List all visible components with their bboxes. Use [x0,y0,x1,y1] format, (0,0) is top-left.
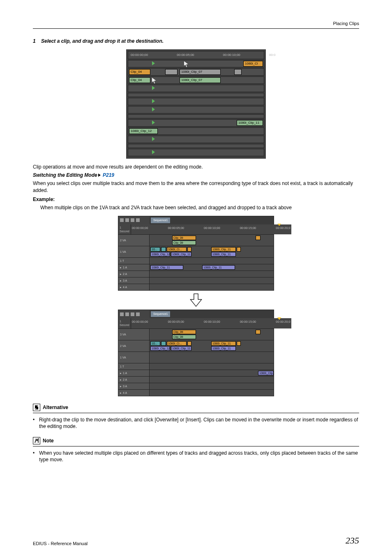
timeline-ruler: 00:00:00;00 00:00:05;00 00:00:10;00 00:0 [128,51,264,59]
example-label: Example: [33,196,359,203]
toolbar-icon [131,218,134,222]
toolbar-icon [131,312,134,316]
down-arrow-icon [189,293,203,307]
timeline-screenshot-2-after: Sequence1 1 Second 00:00:00;00 00:00:05;… [118,310,274,396]
alternative-bullet: • Right-drag the clip to the move destin… [33,416,359,430]
play-icon [152,150,155,154]
track-row-3a: ▸ 3 A [118,383,274,389]
track-spacer [128,93,264,97]
play-icon [152,61,155,65]
clip [256,236,261,240]
track-label: ▸ 3 A [118,383,150,389]
ruler-tick: 00:00:05;00 [168,320,184,327]
track-row-1a: ▸ 1 A 1080i_Clip_11 1080i_Clip_11 [118,264,274,271]
track-label: 1 T [118,363,150,370]
track-row-2va: 2 VA Clip_09 Clip_09 [118,234,274,246]
clip: Clip_04 [129,77,150,83]
clip: 1080i_Ci... [167,341,187,346]
scale-label: 1 Second [118,318,131,328]
track-row-1a: ▸ 1 A 1080i_Clip [118,370,274,376]
track-row: Clip_04 1080i_Clip_07 [128,68,264,76]
link-switching-mode[interactable]: Switching the Editing Mode P219 [33,172,359,178]
track-spacer [128,144,264,148]
sequence-tab[interactable]: Sequence1 [150,217,171,223]
track-label: ▸ 2 A [118,271,150,277]
track-label: 1 VA [118,246,150,257]
svg-point-1 [35,408,37,409]
track-row-2a: ▸ 2 A [118,271,274,277]
alternative-icon [33,404,40,411]
clip [187,341,191,346]
clip: 1080i_Clip_11 [211,247,236,252]
clip: Clip_09 [172,335,196,339]
toolbar-icon [125,218,129,222]
sequence-tab[interactable]: Sequence1 [150,311,171,317]
play-icon [152,137,155,141]
ruler-tick: 00:00:10;00 [204,320,220,327]
clip [165,69,178,75]
clip [237,247,241,252]
step-1: 1 Select a clip, and drag and drop it at… [33,38,359,44]
play-icon [152,107,155,111]
play-icon [152,120,155,125]
toolbar-icon [120,312,124,316]
clip: 10... [150,341,160,346]
track-label: ▸ 4 A [118,284,150,290]
timeline-ruler: 00:00:00;00 00:00:05;00 00:00:10;00 00:0… [131,224,291,235]
ruler-tick: 00:00:15;00 [240,226,256,233]
breadcrumb: Placing Clips [33,21,359,27]
svg-point-0 [37,405,39,407]
play-icon [152,99,155,103]
clip: 1080i_Clip_11 [171,346,191,351]
section-rule [33,446,359,446]
track-row-1va: 1 VA 10... 1080i_Ci... 1080i_Clip_12 108… [118,246,274,257]
clip: Clip_09 [172,330,196,334]
play-icon [152,86,155,90]
track-row: 1080i_Cl [128,60,264,67]
track-row [128,98,264,105]
bullet-icon: • [33,416,37,430]
clip [161,341,166,346]
alternative-title: Alternative [43,404,68,411]
cursor-icon [152,78,157,83]
example-text: When multiple clips on the 1VA track and… [40,204,359,211]
bullet-text: Right-drag the clip to the move destinat… [39,416,359,430]
toolbar-icon [125,312,129,316]
note-bullet: • When you have selected multiple clips … [33,450,359,463]
clip: Clip_09 [172,240,196,245]
triangle-icon [98,173,101,177]
clip: 1080i_Clip_12 [150,346,170,351]
track-row-1t: 1 T [118,257,274,264]
track-row-2a: ▸ 2 A [118,376,274,383]
ruler-tick: 00:00:15;00 [240,320,256,327]
track-row-1t: 1 T [118,363,274,370]
clip: 1080i_Clip_11 [171,252,191,257]
step-text: Select a clip, and drag and drop it at t… [41,38,359,44]
timeline-toolbar [118,310,150,318]
track-label: 3 VA [118,329,150,340]
track-label: ▸ 2 A [118,377,150,383]
bullet-icon: • [33,450,37,463]
ruler-tick: 00:00:05;00 [168,226,184,233]
toolbar-icon [120,218,124,222]
timeline-screenshot-1: 00:00:00;00 00:00:05;00 00:00:10;00 00:0… [33,49,359,159]
clip: Clip_04 [129,69,150,75]
track-row: 1080i_Clip_12 [128,127,264,135]
clip: 1080i_Clip_11 [211,341,236,346]
body-paragraph: When you select clips over multiple trac… [33,180,359,193]
ruler-tick: 00:0 [269,53,276,58]
track-label: 1 T [118,258,150,264]
clip: Clip_09 [172,236,196,240]
clip: 1080i_Ci... [167,247,187,252]
ruler-tick: 00:00:00;00 [131,53,148,58]
ruler-tick: 00:00:10;00 [223,53,240,58]
clip: 1080i_Clip_11 [202,265,235,270]
track-label: ▸ 3 A [118,278,150,284]
track-label: ▸ 1 A [118,264,150,271]
cursor-icon [184,61,189,67]
track-label: 2 VA [118,235,150,246]
track-row-1va: 1 VA [118,352,274,363]
clip: 1080i_Clip_11 [211,346,236,351]
header-rule [33,28,359,29]
ruler-tick: 00:00:20;0 [276,226,290,233]
